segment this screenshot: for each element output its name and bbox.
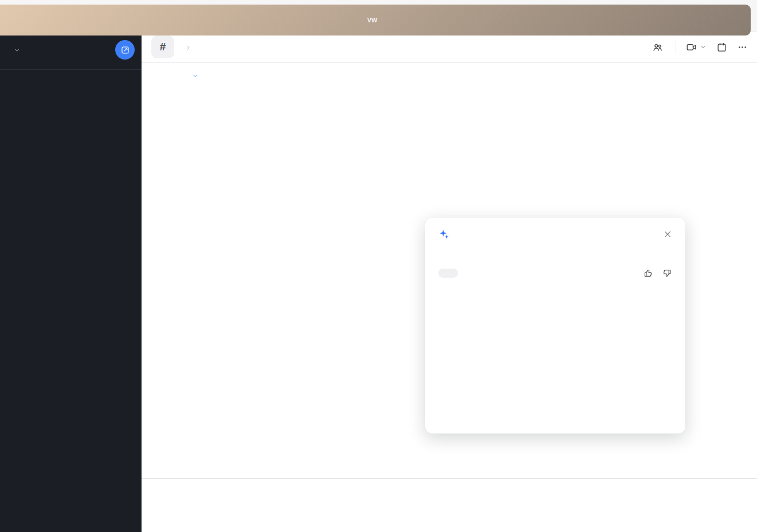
close-icon[interactable] — [663, 230, 672, 239]
header-divider — [676, 41, 676, 53]
compose-button[interactable] — [115, 40, 135, 60]
chevron-right-icon — [185, 45, 191, 51]
compose-icon — [120, 45, 130, 55]
profile-avatar[interactable]: VW — [0, 5, 751, 36]
calendar-icon[interactable] — [716, 42, 727, 53]
chevron-down-icon — [700, 44, 707, 50]
channel-composer — [142, 478, 757, 532]
window-titlebar: VW — [0, 0, 757, 31]
message-input[interactable] — [149, 487, 749, 495]
start-meeting-button[interactable] — [686, 42, 707, 53]
sidebar-divider — [0, 69, 142, 70]
thumbs-up-icon[interactable] — [643, 268, 653, 278]
video-camera-icon — [686, 42, 697, 53]
sidebar-header — [0, 31, 142, 64]
members-icon — [652, 42, 663, 53]
channel-hash-icon: # — [151, 36, 174, 58]
members-button[interactable] — [652, 42, 666, 53]
more-options-icon[interactable] — [737, 42, 748, 53]
copy-button[interactable] — [438, 269, 458, 278]
chevron-down-icon — [192, 73, 198, 79]
chevron-down-icon[interactable] — [13, 46, 21, 54]
channel-header: # — [142, 31, 757, 63]
channel-description[interactable] — [182, 45, 191, 51]
thumbs-down-icon[interactable] — [662, 268, 672, 278]
ai-sparkle-icon — [438, 228, 449, 239]
sidebar — [0, 31, 142, 532]
replies-toggle[interactable] — [189, 73, 198, 79]
ai-companion-popup — [425, 218, 685, 434]
